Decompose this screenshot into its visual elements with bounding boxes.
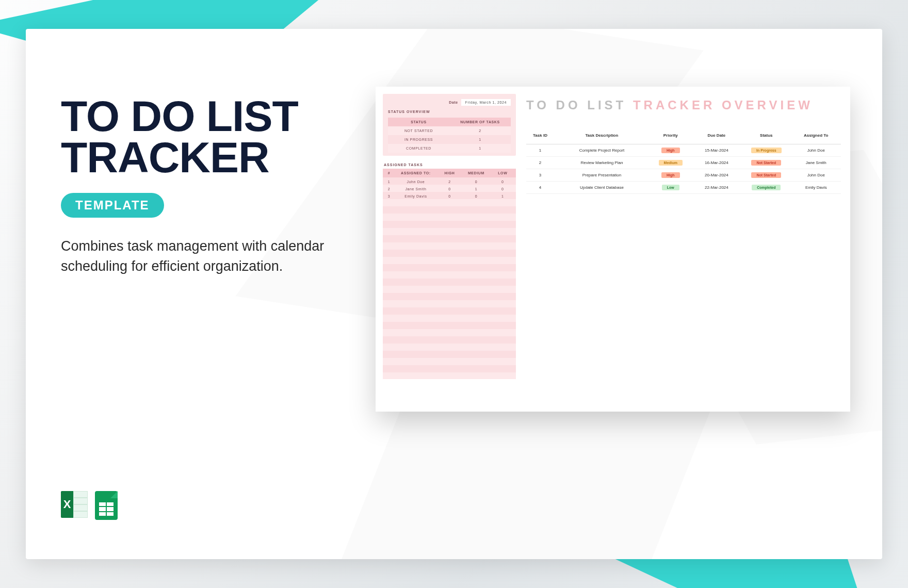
hero-card: TO DO LIST TRACKER TEMPLATE Combines tas… xyxy=(26,29,882,559)
status-chip: Not Started xyxy=(751,160,781,166)
task-table: Task ID Task Description Priority Due Da… xyxy=(526,130,841,194)
status-col: STATUS xyxy=(388,118,449,126)
hero-description: Combines task management with calendar s… xyxy=(61,236,329,276)
date-value: Friday, March 1, 2024 xyxy=(461,99,511,106)
status-chip: Completed xyxy=(752,185,781,190)
google-sheets-icon xyxy=(95,491,122,518)
count-col: NUMBER OF TASKS xyxy=(449,118,511,126)
status-row: COMPLETED1 xyxy=(388,144,511,153)
preview-left-panel: Date Friday, March 1, 2024 STATUS OVERVI… xyxy=(383,94,516,379)
excel-icon: X xyxy=(61,491,88,518)
hero-title: TO DO LIST TRACKER xyxy=(61,96,350,178)
preview-title: TO DO LIST TRACKER OVERVIEW xyxy=(526,98,841,112)
excel-x: X xyxy=(61,491,73,518)
task-row: 3 Prepare Presentation High 20-Mar-2024 … xyxy=(526,169,841,182)
status-overview-heading: STATUS OVERVIEW xyxy=(388,110,511,113)
assigned-row: 2 Jane Smith 0 1 0 xyxy=(383,185,516,192)
assigned-row: 1 John Doe 2 0 0 xyxy=(383,177,516,185)
file-format-icons: X xyxy=(61,491,122,518)
status-overview-box: Date Friday, March 1, 2024 STATUS OVERVI… xyxy=(383,94,516,156)
date-label: Date xyxy=(449,101,458,104)
priority-chip: High xyxy=(661,148,680,153)
preview-title-a: TO DO LIST xyxy=(526,98,633,112)
priority-chip: Low xyxy=(662,185,679,190)
assigned-tasks-heading: ASSIGNED TASKS xyxy=(384,163,516,167)
hero-title-line1: TO DO LIST xyxy=(61,96,350,137)
priority-chip: Medium xyxy=(659,160,683,166)
status-header-row: STATUS NUMBER OF TASKS xyxy=(388,118,511,126)
task-row: 2 Review Marketing Plan Medium 16-Mar-20… xyxy=(526,157,841,169)
preview-main: TO DO LIST TRACKER OVERVIEW Task ID Task… xyxy=(526,98,841,194)
priority-chip: High xyxy=(661,172,680,178)
template-preview: Date Friday, March 1, 2024 STATUS OVERVI… xyxy=(376,87,850,412)
status-chip: In Progress xyxy=(751,148,782,153)
status-chip: Not Started xyxy=(751,172,781,178)
status-row: IN PROGRESS1 xyxy=(388,135,511,144)
status-row: NOT STARTED2 xyxy=(388,126,511,135)
hero-left: TO DO LIST TRACKER TEMPLATE Combines tas… xyxy=(61,96,350,276)
assigned-row: 3 Emily Davis 0 0 1 xyxy=(383,192,516,199)
assigned-header: # ASSIGNED TO: HIGH MEDIUM LOW xyxy=(383,169,516,177)
task-row: 4 Update Client Database Low 22-Mar-2024… xyxy=(526,182,841,194)
task-row: 1 Complete Project Report High 15-Mar-20… xyxy=(526,144,841,157)
hero-title-line2: TRACKER xyxy=(61,137,350,178)
template-badge: TEMPLATE xyxy=(61,193,164,218)
assigned-tasks-box: # ASSIGNED TO: HIGH MEDIUM LOW 1 John Do… xyxy=(383,169,516,379)
task-table-header: Task ID Task Description Priority Due Da… xyxy=(526,130,841,144)
preview-title-b: TRACKER OVERVIEW xyxy=(633,98,813,112)
